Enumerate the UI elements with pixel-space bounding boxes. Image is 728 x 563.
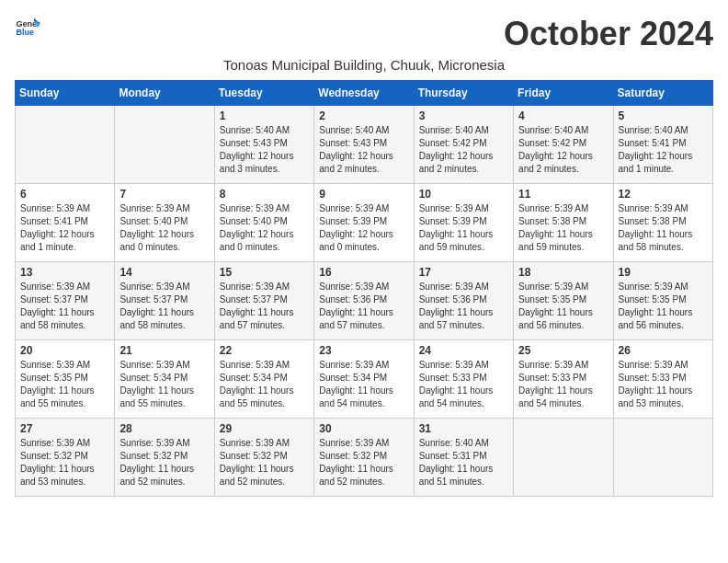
daylight-hours: Daylight: 12 hours and 1 minute.	[619, 151, 693, 174]
day-number: 29	[220, 422, 309, 435]
day-info: Sunrise: 5:39 AMSunset: 5:39 PMDaylight:…	[319, 202, 408, 254]
daylight-hours: Daylight: 11 hours and 57 minutes.	[220, 307, 294, 330]
table-row: 3Sunrise: 5:40 AMSunset: 5:42 PMDaylight…	[414, 106, 513, 184]
col-wednesday: Wednesday	[314, 81, 414, 106]
table-row: 5Sunrise: 5:40 AMSunset: 5:41 PMDaylight…	[613, 106, 712, 184]
daylight-hours: Daylight: 11 hours and 57 minutes.	[419, 307, 494, 330]
daylight-hours: Daylight: 11 hours and 52 minutes.	[119, 464, 194, 487]
day-info: Sunrise: 5:40 AMSunset: 5:42 PMDaylight:…	[419, 124, 508, 176]
col-friday: Friday	[514, 81, 613, 106]
day-number: 7	[119, 188, 209, 201]
daylight-hours: Daylight: 11 hours and 54 minutes.	[518, 385, 593, 408]
daylight-hours: Daylight: 11 hours and 55 minutes.	[20, 385, 95, 408]
table-row: 9Sunrise: 5:39 AMSunset: 5:39 PMDaylight…	[314, 184, 414, 262]
day-info: Sunrise: 5:39 AMSunset: 5:37 PMDaylight:…	[220, 281, 309, 332]
week-row-3: 20Sunrise: 5:39 AMSunset: 5:35 PMDayligh…	[16, 340, 713, 419]
day-info: Sunrise: 5:39 AMSunset: 5:41 PMDaylight:…	[20, 202, 109, 254]
day-info: Sunrise: 5:40 AMSunset: 5:31 PMDaylight:…	[419, 437, 508, 488]
table-row	[514, 419, 613, 497]
table-row: 24Sunrise: 5:39 AMSunset: 5:33 PMDayligh…	[414, 340, 513, 419]
table-row: 30Sunrise: 5:39 AMSunset: 5:32 PMDayligh…	[314, 419, 414, 497]
day-info: Sunrise: 5:39 AMSunset: 5:33 PMDaylight:…	[419, 359, 508, 410]
table-row: 28Sunrise: 5:39 AMSunset: 5:32 PMDayligh…	[115, 419, 214, 497]
table-row: 25Sunrise: 5:39 AMSunset: 5:33 PMDayligh…	[514, 340, 613, 419]
day-number: 13	[20, 266, 109, 279]
day-number: 11	[518, 188, 608, 201]
day-info: Sunrise: 5:39 AMSunset: 5:32 PMDaylight:…	[20, 437, 109, 488]
day-number: 19	[619, 266, 708, 279]
calendar-table: Sunday Monday Tuesday Wednesday Thursday…	[15, 80, 713, 497]
day-info: Sunrise: 5:39 AMSunset: 5:36 PMDaylight:…	[319, 281, 408, 332]
subtitle: Tonoas Municipal Building, Chuuk, Micron…	[15, 57, 713, 73]
daylight-hours: Daylight: 12 hours and 0 minutes.	[220, 229, 294, 252]
daylight-hours: Daylight: 12 hours and 0 minutes.	[119, 229, 194, 252]
table-row: 2Sunrise: 5:40 AMSunset: 5:43 PMDaylight…	[314, 106, 414, 184]
table-row: 8Sunrise: 5:39 AMSunset: 5:40 PMDaylight…	[214, 184, 313, 262]
day-number: 22	[220, 344, 309, 357]
day-info: Sunrise: 5:39 AMSunset: 5:35 PMDaylight:…	[20, 359, 109, 410]
col-sunday: Sunday	[16, 81, 115, 106]
daylight-hours: Daylight: 11 hours and 53 minutes.	[619, 385, 693, 408]
day-number: 28	[119, 422, 209, 435]
table-row: 14Sunrise: 5:39 AMSunset: 5:37 PMDayligh…	[115, 262, 214, 340]
day-number: 10	[419, 188, 508, 201]
table-row: 19Sunrise: 5:39 AMSunset: 5:35 PMDayligh…	[613, 262, 712, 340]
day-number: 14	[119, 266, 209, 279]
day-info: Sunrise: 5:39 AMSunset: 5:32 PMDaylight:…	[119, 437, 209, 488]
daylight-hours: Daylight: 11 hours and 54 minutes.	[319, 385, 393, 408]
table-row: 29Sunrise: 5:39 AMSunset: 5:32 PMDayligh…	[214, 419, 313, 497]
day-info: Sunrise: 5:39 AMSunset: 5:34 PMDaylight:…	[119, 359, 209, 410]
daylight-hours: Daylight: 11 hours and 53 minutes.	[20, 464, 95, 487]
day-number: 30	[319, 422, 408, 435]
day-number: 9	[319, 188, 408, 201]
table-row: 7Sunrise: 5:39 AMSunset: 5:40 PMDaylight…	[115, 184, 214, 262]
day-number: 6	[20, 188, 109, 201]
day-info: Sunrise: 5:39 AMSunset: 5:32 PMDaylight:…	[319, 437, 408, 488]
daylight-hours: Daylight: 11 hours and 58 minutes.	[619, 229, 693, 252]
table-row: 6Sunrise: 5:39 AMSunset: 5:41 PMDaylight…	[16, 184, 115, 262]
table-row: 13Sunrise: 5:39 AMSunset: 5:37 PMDayligh…	[16, 262, 115, 340]
table-row	[115, 106, 214, 184]
day-info: Sunrise: 5:39 AMSunset: 5:38 PMDaylight:…	[619, 202, 708, 254]
daylight-hours: Daylight: 11 hours and 59 minutes.	[518, 229, 593, 252]
table-row	[613, 419, 712, 497]
day-number: 21	[119, 344, 209, 357]
page-container: General Blue October 2024 Tonoas Municip…	[15, 15, 713, 497]
day-info: Sunrise: 5:39 AMSunset: 5:37 PMDaylight:…	[119, 281, 209, 332]
week-row-4: 27Sunrise: 5:39 AMSunset: 5:32 PMDayligh…	[16, 419, 713, 497]
day-number: 25	[518, 344, 608, 357]
table-row: 1Sunrise: 5:40 AMSunset: 5:43 PMDaylight…	[214, 106, 313, 184]
daylight-hours: Daylight: 11 hours and 54 minutes.	[419, 385, 494, 408]
day-info: Sunrise: 5:39 AMSunset: 5:40 PMDaylight:…	[220, 202, 309, 254]
table-row: 15Sunrise: 5:39 AMSunset: 5:37 PMDayligh…	[214, 262, 313, 340]
day-number: 12	[619, 188, 708, 201]
day-info: Sunrise: 5:39 AMSunset: 5:32 PMDaylight:…	[220, 437, 309, 488]
day-number: 26	[619, 344, 708, 357]
daylight-hours: Daylight: 11 hours and 55 minutes.	[220, 385, 294, 408]
day-number: 8	[220, 188, 309, 201]
table-row: 12Sunrise: 5:39 AMSunset: 5:38 PMDayligh…	[613, 184, 712, 262]
table-row: 11Sunrise: 5:39 AMSunset: 5:38 PMDayligh…	[514, 184, 613, 262]
day-info: Sunrise: 5:39 AMSunset: 5:37 PMDaylight:…	[20, 281, 109, 332]
table-row	[16, 106, 115, 184]
daylight-hours: Daylight: 11 hours and 58 minutes.	[119, 307, 194, 330]
daylight-hours: Daylight: 11 hours and 58 minutes.	[20, 307, 95, 330]
table-row: 23Sunrise: 5:39 AMSunset: 5:34 PMDayligh…	[314, 340, 414, 419]
day-info: Sunrise: 5:39 AMSunset: 5:34 PMDaylight:…	[319, 359, 408, 410]
day-number: 4	[518, 109, 608, 122]
daylight-hours: Daylight: 12 hours and 0 minutes.	[319, 229, 393, 252]
daylight-hours: Daylight: 12 hours and 2 minutes.	[319, 151, 393, 174]
col-monday: Monday	[115, 81, 214, 106]
daylight-hours: Daylight: 11 hours and 59 minutes.	[419, 229, 494, 252]
col-saturday: Saturday	[613, 81, 712, 106]
table-row: 31Sunrise: 5:40 AMSunset: 5:31 PMDayligh…	[414, 419, 513, 497]
day-info: Sunrise: 5:39 AMSunset: 5:40 PMDaylight:…	[119, 202, 209, 254]
table-row: 17Sunrise: 5:39 AMSunset: 5:36 PMDayligh…	[414, 262, 513, 340]
calendar-body: 1Sunrise: 5:40 AMSunset: 5:43 PMDaylight…	[16, 106, 713, 497]
day-number: 1	[220, 109, 309, 122]
header-row: Sunday Monday Tuesday Wednesday Thursday…	[16, 81, 713, 106]
table-row: 27Sunrise: 5:39 AMSunset: 5:32 PMDayligh…	[16, 419, 115, 497]
table-row: 4Sunrise: 5:40 AMSunset: 5:42 PMDaylight…	[514, 106, 613, 184]
daylight-hours: Daylight: 11 hours and 56 minutes.	[619, 307, 693, 330]
svg-text:Blue: Blue	[16, 28, 34, 37]
